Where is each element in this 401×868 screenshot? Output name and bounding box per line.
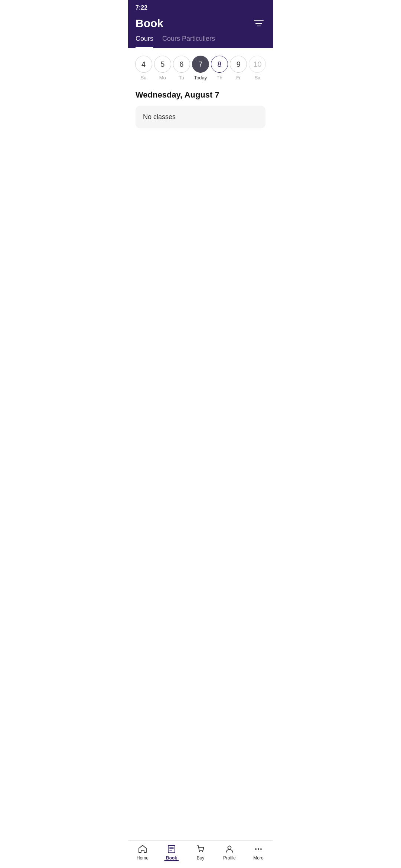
day-label-mo: Mo bbox=[159, 75, 166, 80]
day-label-su: Su bbox=[141, 75, 147, 80]
day-label-th: Th bbox=[217, 75, 222, 80]
tab-cours[interactable]: Cours bbox=[136, 35, 153, 48]
day-item-10[interactable]: 10 Sa bbox=[249, 56, 266, 80]
filter-icon[interactable] bbox=[252, 18, 265, 29]
day-label-today: Today bbox=[194, 75, 207, 80]
header: Book bbox=[128, 14, 273, 30]
day-item-9[interactable]: 9 Fr bbox=[230, 56, 247, 80]
day-item-6[interactable]: 6 Tu bbox=[173, 56, 190, 80]
day-number-4: 4 bbox=[135, 56, 152, 73]
tabs-container: Cours Cours Particuliers bbox=[128, 30, 273, 48]
day-number-8: 8 bbox=[211, 56, 228, 73]
tab-cours-particuliers[interactable]: Cours Particuliers bbox=[162, 35, 215, 48]
day-item-4[interactable]: 4 Su bbox=[135, 56, 152, 80]
no-classes-text: No classes bbox=[143, 113, 176, 121]
day-label-sa: Sa bbox=[254, 75, 260, 80]
day-label-tu: Tu bbox=[179, 75, 184, 80]
day-number-7: 7 bbox=[192, 56, 209, 73]
status-time: 7:22 bbox=[136, 4, 147, 11]
status-bar: 7:22 bbox=[128, 0, 273, 14]
day-item-8[interactable]: 8 Th bbox=[211, 56, 228, 80]
page-title: Book bbox=[136, 17, 163, 30]
day-item-7[interactable]: 7 Today bbox=[192, 56, 209, 80]
day-number-5: 5 bbox=[154, 56, 171, 73]
no-classes-card: No classes bbox=[136, 106, 265, 128]
day-label-fr: Fr bbox=[236, 75, 241, 80]
date-heading: Wednesday, August 7 bbox=[128, 84, 273, 104]
day-item-5[interactable]: 5 Mo bbox=[154, 56, 171, 80]
day-number-9: 9 bbox=[230, 56, 247, 73]
calendar-strip: 4 Su 5 Mo 6 Tu 7 Today 8 Th 9 Fr 10 Sa bbox=[128, 48, 273, 84]
day-number-10: 10 bbox=[249, 56, 266, 73]
content-area bbox=[128, 130, 273, 278]
day-number-6: 6 bbox=[173, 56, 190, 73]
